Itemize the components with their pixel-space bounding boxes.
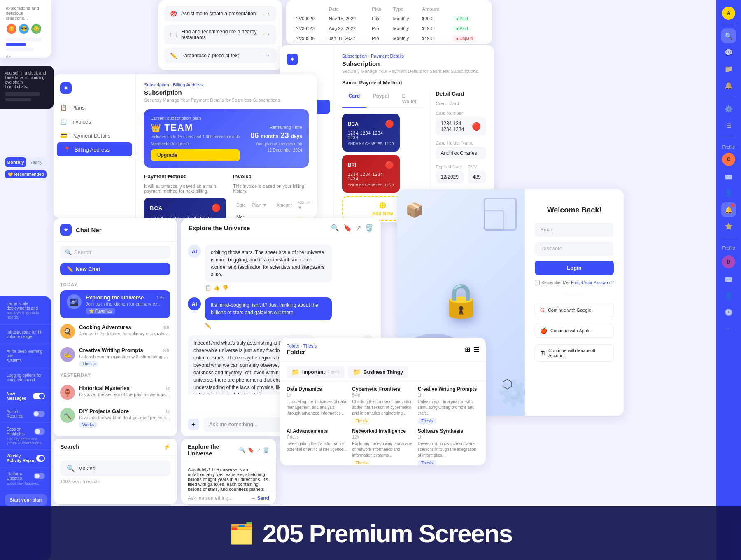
grid-icon[interactable]: ⊞ xyxy=(721,118,736,133)
important-folder[interactable]: 📁 Important 2 docs xyxy=(287,366,345,378)
list-view-icon[interactable]: ☰ xyxy=(473,345,479,353)
person-icon[interactable]: 👤 xyxy=(721,186,736,201)
yearly-tab[interactable]: Yearly xyxy=(26,157,47,167)
share-icon[interactable]: ↗ xyxy=(356,224,361,232)
sc-share-icon[interactable]: ↗ xyxy=(256,447,261,453)
clock-icon[interactable]: 🕐 xyxy=(721,305,736,320)
chat-item-cooking[interactable]: 🍳 Cooking Adventures 18h Join us in the … xyxy=(54,320,177,343)
session-highlights-toggle[interactable] xyxy=(34,428,45,435)
search-input-bar[interactable]: 🔍 Making xyxy=(60,460,170,476)
sub-menu-payment[interactable]: 💳 Payment Details xyxy=(54,128,135,142)
tab-paypal[interactable]: Paypal xyxy=(366,91,396,107)
chat-item-historical[interactable]: 🏺 Historical Mysteries 1d Discover the s… xyxy=(54,381,177,404)
tab-ewallet[interactable]: E-Wallet xyxy=(396,91,423,107)
expiry-label: Expired Date xyxy=(436,164,464,169)
profile-avatar-1[interactable]: C xyxy=(722,153,735,166)
search-icon-header[interactable]: 🔍 xyxy=(331,224,339,232)
inv-status-2: ● Paid xyxy=(450,24,487,33)
start-plan-button[interactable]: Start your plan xyxy=(5,494,47,506)
bell-icon[interactable]: 🔔 xyxy=(721,78,736,93)
thumbsup-icon[interactable]: 👍 xyxy=(214,285,220,291)
business-folder-name: Business Thingy xyxy=(364,369,403,375)
message-icon-right-2[interactable]: ✉️ xyxy=(721,272,736,287)
more-icon[interactable]: ⋯ xyxy=(721,321,736,336)
filter-icon[interactable]: ⚡ xyxy=(163,443,170,450)
search-chat-placeholder[interactable]: Ask me something... xyxy=(188,495,247,501)
chat-item-diy[interactable]: 🔨 DIY Projects Galore 1d Dive into the w… xyxy=(54,404,177,432)
grid-view-icon[interactable]: ⊞ xyxy=(465,345,470,353)
thumbsdown-icon[interactable]: 👎 xyxy=(222,285,228,291)
inv-plan-1: Elite xyxy=(368,14,389,23)
tab-card[interactable]: Card xyxy=(342,91,366,108)
edit-icon[interactable]: ✏️ xyxy=(205,323,211,329)
platform-updates-toggle[interactable] xyxy=(34,473,45,479)
folder-item-2[interactable]: Cybernetic Frontiers 54m Charting the co… xyxy=(352,386,413,424)
inv-amount-2: $49.0 xyxy=(419,24,448,33)
search-icon-chat: 🔍 xyxy=(65,249,72,255)
fi-name-2: Cybernetic Frontiers xyxy=(352,386,413,392)
message-icon-right[interactable]: ✉️ xyxy=(721,169,736,184)
folder-item-1[interactable]: Data Dynamics 1h Unraveling the intricac… xyxy=(287,386,348,424)
remember-me-checkbox[interactable]: Remember Me xyxy=(535,280,569,285)
sc-bookmark-icon[interactable]: 🔖 xyxy=(248,447,254,453)
feature-text-1b: apps with specific needs. xyxy=(7,310,45,320)
chat-icon[interactable]: 💬 xyxy=(721,45,736,60)
action-required-toggle[interactable] xyxy=(33,411,45,417)
inv-amount-r1: $49.0 xyxy=(274,212,294,218)
weekly-activity-toggle[interactable] xyxy=(36,455,45,462)
microsoft-login-button[interactable]: ⊞ Continue with Microsoft Account xyxy=(535,344,614,362)
forgot-password-link[interactable]: Forgot Your Password? xyxy=(571,280,614,285)
business-folder[interactable]: 📁 Business Thingy xyxy=(348,366,408,378)
folder-item-4[interactable]: AI Advancements 7 docs Investigating the… xyxy=(287,428,348,465)
chat-item-exploring[interactable]: 🌌 Exploring the Universe 17h Join us in … xyxy=(60,290,170,318)
notification-active-icon[interactable]: 🔔 xyxy=(721,202,736,217)
new-messages-toggle[interactable] xyxy=(33,393,45,399)
bookmark-icon[interactable]: 🔖 xyxy=(343,224,352,232)
new-chat-icon: ✏️ xyxy=(67,266,73,272)
fi-name-5: Networked Intelligence xyxy=(352,428,413,434)
sub-menu-billing[interactable]: 📍 Billing Address xyxy=(57,142,132,156)
upgrade-button[interactable]: Upgrade xyxy=(151,149,240,161)
email-input[interactable]: Email xyxy=(535,223,614,237)
search-send-btn[interactable]: → Send xyxy=(251,495,269,501)
user-avatar[interactable]: A xyxy=(722,7,735,20)
star-icon-right[interactable]: ⭐ xyxy=(721,219,736,233)
monthly-tab[interactable]: Monthly xyxy=(5,157,26,167)
suggestion-1[interactable]: 🎯 Assist me to create a presentation → xyxy=(164,6,276,21)
exploring-name: Exploring the Universe xyxy=(86,294,144,301)
password-input[interactable]: Password xyxy=(535,242,614,256)
remember-label: Remember Me xyxy=(541,280,569,285)
login-button[interactable]: Login xyxy=(535,261,614,275)
search-header: Search ⚡ xyxy=(54,439,177,455)
search-icon[interactable]: 🔍 xyxy=(721,28,736,43)
copy-icon[interactable]: 📋 xyxy=(205,285,211,291)
apple-login-button[interactable]: 🍎 Continue with Apple xyxy=(535,324,614,338)
new-chat-button[interactable]: ✏️ New Chat xyxy=(60,263,170,275)
person-icon-2[interactable]: 👤 xyxy=(721,288,736,303)
folder-item-6[interactable]: Software Synthesis 1h Developing innovat… xyxy=(418,428,479,465)
profile-avatar-2[interactable]: D xyxy=(722,255,735,268)
suggestion-3-arrow: → xyxy=(264,52,270,59)
sc-trash-icon[interactable]: 🗑️ xyxy=(263,447,269,453)
chat-item-writing[interactable]: ✍️ Creative Writing Prompts 23h Unleash … xyxy=(54,343,177,371)
folder-breadcrumb: Folder › Thesis xyxy=(287,343,317,348)
sub-menu-invoices[interactable]: 🧾 Invoices xyxy=(54,114,135,128)
settings-icon[interactable]: ⚙️ xyxy=(721,101,736,116)
trash-icon[interactable]: 🗑️ xyxy=(365,224,373,232)
folder-item-5[interactable]: Networked Intelligence 12h Exploring the… xyxy=(352,428,413,465)
google-login-button[interactable]: G Continue with Google xyxy=(535,303,614,317)
bri-card[interactable]: BRI 🔴 1234 1234 1234 1234 ANDHIKA CHARLE… xyxy=(342,155,400,193)
folder-item-3[interactable]: Creative Writing Prompts 1h Unleash your… xyxy=(418,386,479,424)
chat-search-input[interactable]: 🔍 Search xyxy=(60,246,170,259)
fi-tag-6: Thesis xyxy=(418,460,436,465)
fi-meta-6: 1h xyxy=(418,435,479,439)
suggestion-3[interactable]: ✏️ Paraphrase a piece of text → xyxy=(164,48,276,63)
sub-menu-plans[interactable]: 📋 Plans xyxy=(54,100,135,114)
business-folder-icon: 📁 xyxy=(353,368,361,376)
suggestion-2[interactable]: 🍽️ Find and recommend me a nearby restau… xyxy=(164,25,276,44)
folder-icon[interactable]: 📁 xyxy=(721,61,736,76)
payment-tabs: Card Paypal E-Wallet xyxy=(342,91,423,108)
bca-card[interactable]: BCA 🔴 1234 1234 1234 1234 ANDHIKA CHARLE… xyxy=(342,114,400,152)
cvv-value: 489 xyxy=(468,171,486,183)
sc-search-icon[interactable]: 🔍 xyxy=(239,447,245,453)
